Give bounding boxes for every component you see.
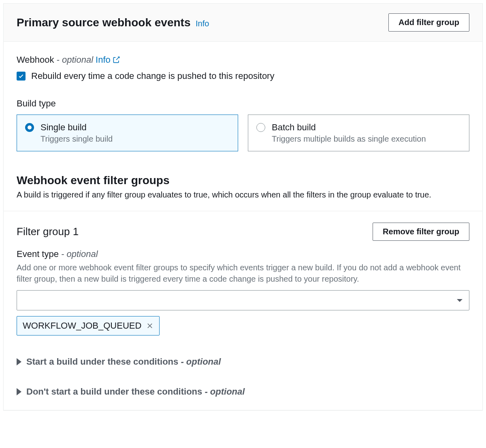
event-type-token-label: WORKFLOW_JOB_QUEUED — [23, 321, 141, 331]
radio-selected-icon — [25, 123, 34, 132]
webhook-label: Webhook - optional Info — [17, 55, 469, 65]
build-type-batch[interactable]: Batch build Triggers multiple builds as … — [248, 115, 469, 151]
filter-groups-title: Webhook event filter groups — [17, 174, 469, 187]
webhook-info-text: Info — [96, 55, 111, 65]
panel-header: Primary source webhook events Info Add f… — [4, 4, 482, 42]
caret-right-icon — [17, 358, 21, 365]
header-info-link[interactable]: Info — [196, 19, 209, 28]
filter-group-title: Filter group 1 — [17, 225, 79, 238]
event-type-optional: - optional — [61, 249, 98, 259]
start-conditions-label: Start a build under these conditions - o… — [26, 357, 221, 367]
event-type-select[interactable] — [17, 290, 469, 310]
batch-build-desc: Triggers multiple builds as single execu… — [272, 134, 426, 144]
panel-title-wrap: Primary source webhook events Info — [17, 16, 209, 29]
panel-body: Webhook - optional Info Rebuild every ti… — [4, 42, 482, 410]
build-type-label: Build type — [17, 98, 469, 109]
batch-build-title: Batch build — [272, 122, 426, 133]
chevron-down-icon — [457, 299, 463, 302]
dont-start-conditions-label: Don't start a build under these conditio… — [26, 386, 245, 397]
event-type-tokens: WORKFLOW_JOB_QUEUED — [17, 316, 469, 335]
start-conditions-expander[interactable]: Start a build under these conditions - o… — [17, 357, 469, 367]
divider — [4, 211, 482, 211]
build-type-radio-group: Single build Triggers single build Batch… — [17, 115, 469, 151]
webhook-events-panel: Primary source webhook events Info Add f… — [3, 3, 483, 410]
radio-unselected-icon — [256, 123, 265, 132]
build-type-single[interactable]: Single build Triggers single build — [17, 115, 238, 151]
close-icon — [146, 322, 153, 329]
rebuild-checkbox-row: Rebuild every time a code change is push… — [17, 71, 469, 81]
add-filter-group-button[interactable]: Add filter group — [388, 13, 469, 32]
rebuild-checkbox-label: Rebuild every time a code change is push… — [31, 71, 274, 81]
event-type-label-text: Event type — [17, 249, 59, 259]
page-title: Primary source webhook events — [17, 16, 191, 29]
event-type-label: Event type - optional — [17, 249, 469, 259]
single-build-title: Single build — [40, 122, 113, 133]
event-type-desc: Add one or more webhook event filter gro… — [17, 262, 469, 285]
single-build-desc: Triggers single build — [40, 134, 113, 144]
token-remove-button[interactable] — [146, 322, 153, 329]
external-link-icon — [112, 56, 120, 64]
event-type-token: WORKFLOW_JOB_QUEUED — [17, 316, 160, 335]
webhook-label-text: Webhook — [17, 55, 54, 65]
filter-group-header: Filter group 1 Remove filter group — [17, 223, 469, 241]
webhook-optional: - optional — [57, 55, 94, 65]
dont-start-conditions-expander[interactable]: Don't start a build under these conditio… — [17, 386, 469, 397]
rebuild-checkbox[interactable] — [17, 72, 26, 81]
filter-groups-desc: A build is triggered if any filter group… — [17, 190, 469, 200]
remove-filter-group-button[interactable]: Remove filter group — [373, 223, 469, 241]
webhook-info-link[interactable]: Info — [96, 55, 120, 65]
check-icon — [18, 73, 24, 79]
caret-right-icon — [17, 388, 21, 395]
